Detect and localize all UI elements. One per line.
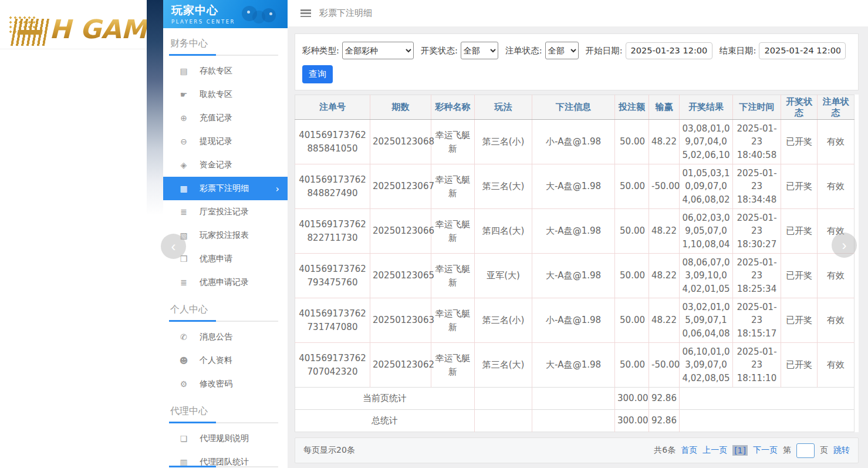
cell-draw-status: 已开奖	[781, 343, 818, 388]
deposit-card-icon: ▤	[178, 66, 190, 76]
start-date-label: 开始日期:	[586, 45, 623, 56]
cell-bet-amount: 50.00	[615, 343, 649, 388]
funds-record-icon: ◈	[178, 160, 190, 170]
cell-bet-amount: 50.00	[615, 164, 649, 209]
section-underline	[169, 321, 278, 322]
scroll-right-button[interactable]: ›	[832, 233, 857, 258]
sidebar-menu-item[interactable]: ⊖ 提现记录	[163, 130, 288, 153]
grand-total-label: 总统计	[295, 410, 475, 432]
next-page-link[interactable]: 下一页	[753, 445, 778, 456]
sidebar-section: 代理中心 ❏ 代理规则说明 ▥ 代理团队统计	[163, 396, 288, 468]
end-date-label: 结束日期:	[720, 45, 756, 56]
sidebar-item-label: 代理规则说明	[200, 433, 249, 444]
sidebar-menu-item[interactable]: ⊕ 充值记录	[163, 106, 288, 130]
column-header: 输赢	[649, 95, 680, 120]
cell-bet-info: 大-A盘@1.98	[532, 209, 615, 254]
cell-play-type: 第三名(小)	[475, 120, 532, 164]
cell-bet-id: 401569173762793475760	[295, 254, 370, 298]
withdraw-hand-icon: ☛	[178, 90, 190, 99]
cell-bet-status: 有效	[818, 254, 855, 298]
cell-draw-status: 已开奖	[781, 164, 818, 209]
cell-draw-result: 03,08,01,09,07,04,05,02,06,10	[680, 120, 733, 164]
first-page-link[interactable]: 首页	[681, 445, 697, 456]
cell-bet-status: 有效	[818, 120, 855, 164]
agent-rules-doc-icon: ❏	[178, 434, 190, 443]
sidebar-item-label: 个人资料	[200, 355, 232, 366]
current-page-badge[interactable]: [1]	[732, 445, 748, 456]
sidebar-section-title: 个人中心	[163, 299, 288, 321]
collapse-sidebar-button[interactable]: ‹	[161, 234, 186, 259]
start-date-input[interactable]	[626, 42, 712, 59]
cell-bet-status: 有效	[818, 343, 855, 388]
empty-cell	[680, 388, 855, 410]
table-row: 40156917376288584105020250123068幸运飞艇新第三名…	[295, 120, 855, 164]
sidebar-menu-item[interactable]: ☛ 取款专区	[163, 83, 288, 106]
sidebar-menu-item[interactable]: ≣ 优惠申请记录	[163, 271, 288, 294]
cell-play-type: 亚军(大)	[475, 254, 532, 298]
jump-label-suffix: 页	[820, 445, 828, 456]
grand-total-winloss: 92.86	[649, 410, 680, 432]
end-date-input[interactable]	[759, 42, 846, 59]
sidebar-item-label: 彩票下注明细	[200, 183, 249, 194]
sidebar-menu-item[interactable]: ❏ 代理规则说明	[163, 427, 288, 450]
bet-status-select[interactable]: 全部	[545, 42, 579, 59]
sidebar-item-label: 玩家投注报表	[200, 230, 249, 241]
cell-bet-id: 401569173762885841050	[295, 120, 370, 164]
sidebar-item-label: 消息公告	[200, 332, 232, 342]
cell-draw-status: 已开奖	[781, 209, 818, 254]
sidebar-menu-item[interactable]: ◈ 资金记录	[163, 153, 288, 177]
empty-cell	[532, 410, 615, 432]
sidebar-section-title: 代理中心	[163, 400, 288, 422]
cell-win-loss: -50.00	[649, 343, 680, 388]
bet-detail-table-panel: 注单号期数彩种名称玩法下注信息投注额输赢开奖结果下注时间开奖状态注单状态 401…	[295, 95, 859, 432]
sidebar-menu-item[interactable]: ⚙ 修改密码	[163, 372, 288, 396]
cell-play-type: 第三名(小)	[475, 298, 532, 343]
column-header: 彩种名称	[431, 95, 475, 120]
per-page-label: 每页显示20条	[303, 445, 355, 456]
sidebar-item-label: 资金记录	[200, 160, 232, 170]
sidebar-menu-item[interactable]: ☻ 个人资料	[163, 349, 288, 372]
cell-play-type: 第四名(大)	[475, 209, 532, 254]
cell-lottery-name: 幸运飞艇新	[431, 343, 475, 388]
cell-draw-status: 已开奖	[781, 120, 818, 164]
cell-period: 20250123066	[370, 209, 431, 254]
cell-lottery-name: 幸运飞艇新	[431, 298, 475, 343]
gamepad-icon	[242, 2, 279, 26]
menu-toggle-icon[interactable]	[300, 9, 311, 17]
search-button[interactable]: 查询	[302, 65, 333, 83]
jump-page-input[interactable]	[796, 443, 815, 458]
cell-win-loss: 48.22	[649, 209, 680, 254]
lottery-type-select[interactable]: 全部彩种	[342, 42, 414, 59]
sidebar-menu-item[interactable]: ▤ 存款专区	[163, 59, 288, 83]
background-gradient-strip	[147, 0, 163, 468]
table-row: 40156917376279347576020250123065幸运飞艇新亚军(…	[295, 254, 855, 298]
cell-period: 20250123065	[370, 254, 431, 298]
sidebar-item-label: 优惠申请	[200, 254, 232, 264]
cell-draw-status: 已开奖	[781, 254, 818, 298]
empty-cell	[532, 388, 615, 410]
content-topbar: 彩票下注明细	[288, 0, 868, 26]
sidebar: 玩家中心 PLAYERS CENTER 财务中心 ▤ 存款专区 ☛ 取款专区 ⊕…	[163, 0, 288, 468]
main-content: 彩票下注明细 彩种类型: 全部彩种 开奖状态: 全部 注单状态: 全部 开始日期…	[288, 0, 868, 468]
sidebar-menu-item[interactable]: ▦ 彩票下注明细 ›	[163, 177, 288, 200]
empty-cell	[475, 388, 532, 410]
cell-draw-result: 08,06,07,03,09,10,04,02,01,05	[680, 254, 733, 298]
cell-draw-result: 06,02,03,09,05,07,01,10,08,04	[680, 209, 733, 254]
jump-button[interactable]: 跳转	[833, 445, 850, 456]
column-header: 投注额	[615, 95, 649, 120]
page-total-row: 当前页统计 300.00 92.86	[295, 388, 855, 410]
sidebar-item-label: 厅室投注记录	[200, 207, 249, 217]
password-gear-icon: ⚙	[178, 379, 190, 389]
sidebar-menu-item[interactable]: ≣ 厅室投注记录	[163, 200, 288, 224]
table-row: 40156917376282271173020250123066幸运飞艇新第四名…	[295, 209, 855, 254]
recharge-record-icon: ⊕	[178, 113, 190, 123]
sidebar-menu-item[interactable]: ✆ 消息公告	[163, 325, 288, 349]
draw-status-select[interactable]: 全部	[461, 42, 498, 59]
filter-panel: 彩种类型: 全部彩种 开奖状态: 全部 注单状态: 全部 开始日期: 结束日期:…	[295, 33, 859, 90]
prev-page-link[interactable]: 上一页	[702, 445, 727, 456]
cell-bet-id: 401569173762822711730	[295, 209, 370, 254]
cell-win-loss: 48.22	[649, 254, 680, 298]
cell-bet-amount: 50.00	[615, 298, 649, 343]
grand-total-bet: 300.00	[615, 410, 649, 432]
logo-panel: H GAME	[0, 0, 147, 468]
